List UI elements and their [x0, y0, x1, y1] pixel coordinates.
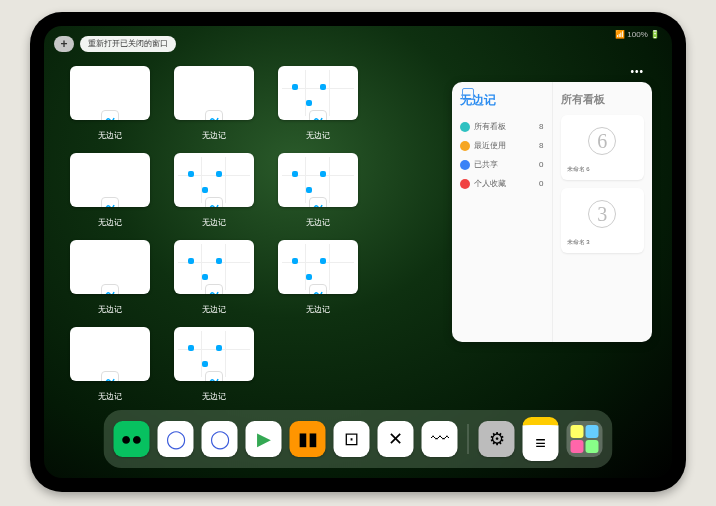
window-label: 无边记 [306, 217, 330, 228]
panel-right-title: 所有看板 [561, 92, 645, 107]
dock-app-quark-hd[interactable]: ◯ [158, 421, 194, 457]
dock-folder[interactable] [567, 421, 603, 457]
freeform-app-icon [309, 110, 327, 120]
window-label: 无边记 [98, 304, 122, 315]
thumbnail-preview [70, 327, 150, 381]
window-thumbnail[interactable]: 无边记 [174, 327, 254, 402]
thumbnail-preview [174, 66, 254, 120]
thumbnail-preview [278, 153, 358, 207]
window-switcher-grid: 无边记无边记无边记无边记无边记无边记无边记无边记无边记无边记无边记 [70, 66, 460, 402]
window-label: 无边记 [202, 217, 226, 228]
freeform-app-icon [205, 197, 223, 207]
panel-right: 所有看板 6未命名 63未命名 3 [552, 82, 653, 342]
window-thumbnail[interactable]: 无边记 [70, 153, 150, 228]
thumbnail-preview [70, 66, 150, 120]
window-thumbnail[interactable]: 无边记 [174, 153, 254, 228]
freeform-app-icon [101, 284, 119, 294]
freeform-app-icon [309, 284, 327, 294]
panel-list: 所有看板8最近使用8已共享0个人收藏0 [460, 117, 544, 193]
thumbnail-preview [278, 66, 358, 120]
panel-row[interactable]: 所有看板8 [460, 117, 544, 136]
window-label: 无边记 [98, 217, 122, 228]
freeform-app-icon [101, 197, 119, 207]
freeform-app-icon [309, 197, 327, 207]
thumbnail-preview [174, 327, 254, 381]
window-label: 无边记 [202, 130, 226, 141]
screen: 📶 100% 🔋 + 重新打开已关闭的窗口 无边记无边记无边记无边记无边记无边记… [44, 26, 672, 478]
new-window-button[interactable]: + [54, 36, 74, 52]
thumbnail-preview [174, 240, 254, 294]
dock-app-books[interactable]: ▮▮ [290, 421, 326, 457]
dock: ●●◯◯▶▮▮⊡✕〰⚙≡ [104, 410, 613, 468]
panel-left: 无边记 所有看板8最近使用8已共享0个人收藏0 [452, 82, 552, 342]
freeform-app-icon [205, 284, 223, 294]
dock-separator [468, 424, 469, 454]
window-thumbnail[interactable]: 无边记 [278, 66, 358, 141]
sidebar-icon[interactable] [462, 88, 474, 100]
board-card[interactable]: 6未命名 6 [561, 115, 645, 180]
reopen-closed-pill[interactable]: 重新打开已关闭的窗口 [80, 36, 176, 52]
dock-app-wechat[interactable]: ●● [114, 421, 150, 457]
window-label: 无边记 [202, 391, 226, 402]
window-label: 无边记 [306, 304, 330, 315]
freeform-app-icon [205, 110, 223, 120]
panel-cards: 6未命名 63未命名 3 [561, 115, 645, 253]
freeform-app-icon [101, 371, 119, 381]
dock-app-app-x[interactable]: ✕ [378, 421, 414, 457]
thumbnail-preview [70, 153, 150, 207]
freeform-panel[interactable]: 无边记 所有看板8最近使用8已共享0个人收藏0 所有看板 6未命名 63未命名 … [452, 82, 652, 342]
top-bar: + 重新打开已关闭的窗口 [54, 36, 176, 52]
window-thumbnail[interactable]: 无边记 [70, 327, 150, 402]
thumbnail-preview [278, 240, 358, 294]
window-thumbnail[interactable]: 无边记 [174, 66, 254, 141]
panel-row[interactable]: 个人收藏0 [460, 174, 544, 193]
panel-menu-icon[interactable]: ••• [630, 66, 644, 77]
freeform-app-icon [101, 110, 119, 120]
window-thumbnail[interactable]: 无边记 [174, 240, 254, 315]
window-thumbnail[interactable]: 无边记 [70, 240, 150, 315]
thumbnail-preview [70, 240, 150, 294]
thumbnail-preview [174, 153, 254, 207]
window-label: 无边记 [202, 304, 226, 315]
window-label: 无边记 [98, 130, 122, 141]
tablet-frame: 📶 100% 🔋 + 重新打开已关闭的窗口 无边记无边记无边记无边记无边记无边记… [30, 12, 686, 492]
dock-app-settings[interactable]: ⚙ [479, 421, 515, 457]
panel-row[interactable]: 最近使用8 [460, 136, 544, 155]
window-thumbnail[interactable]: 无边记 [278, 153, 358, 228]
dock-app-play[interactable]: ▶ [246, 421, 282, 457]
dock-app-dice[interactable]: ⊡ [334, 421, 370, 457]
panel-row[interactable]: 已共享0 [460, 155, 544, 174]
dock-app-freeform[interactable]: 〰 [422, 421, 458, 457]
window-thumbnail[interactable]: 无边记 [70, 66, 150, 141]
window-label: 无边记 [306, 130, 330, 141]
status-bar: 📶 100% 🔋 [615, 30, 660, 39]
window-label: 无边记 [98, 391, 122, 402]
board-card[interactable]: 3未命名 3 [561, 188, 645, 253]
dock-app-notes[interactable]: ≡ [523, 417, 559, 461]
freeform-app-icon [205, 371, 223, 381]
window-thumbnail[interactable]: 无边记 [278, 240, 358, 315]
dock-app-quark[interactable]: ◯ [202, 421, 238, 457]
